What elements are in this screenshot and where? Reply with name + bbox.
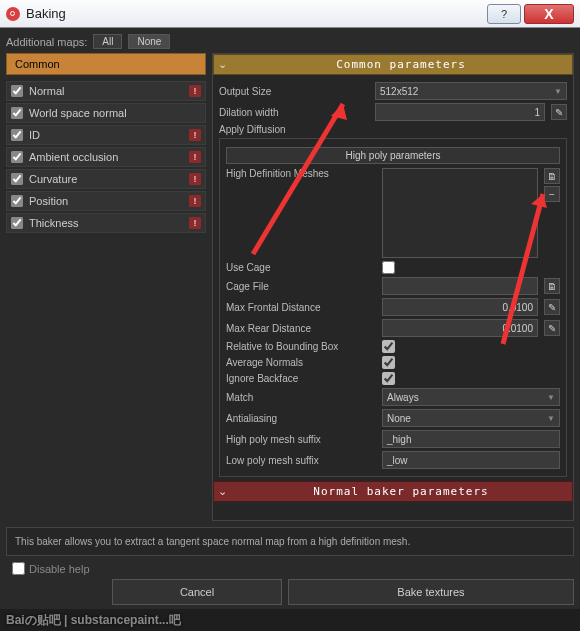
relative-bbox-label: Relative to Bounding Box [226,341,376,352]
sidebar-item-label: Curvature [29,173,189,185]
edit-icon[interactable]: ✎ [551,104,567,120]
match-dropdown[interactable]: Always▼ [382,388,560,406]
max-rear-input[interactable]: 0.0100 [382,319,538,337]
chevron-down-icon: ▼ [547,414,555,423]
sidebar-item-ambient-occlusion[interactable]: Ambient occlusion ! [6,147,206,167]
close-button[interactable]: X [524,4,574,24]
cage-file-input[interactable] [382,277,538,295]
chevron-down-icon: ▼ [547,393,555,402]
sidebar-item-label: Normal [29,85,189,97]
normal-baker-header[interactable]: ⌄ Normal baker parameters [213,481,573,502]
lp-suffix-label: Low poly mesh suffix [226,455,376,466]
average-normals-label: Average Normals [226,357,376,368]
disable-help-label: Disable help [29,563,90,575]
curvature-checkbox[interactable] [11,173,23,185]
help-text: This baker allows you to extract a tange… [15,536,565,547]
relative-bbox-checkbox[interactable] [382,340,395,353]
tab-common[interactable]: Common [6,53,206,75]
cage-file-label: Cage File [226,281,376,292]
antialiasing-label: Antialiasing [226,413,376,424]
output-size-label: Output Size [219,86,369,97]
ignore-backface-label: Ignore Backface [226,373,376,384]
use-cage-label: Use Cage [226,262,376,273]
hd-meshes-list[interactable] [382,168,538,258]
section-label: Normal baker parameters [230,485,572,498]
warning-icon: ! [189,217,201,229]
warning-icon: ! [189,85,201,97]
sidebar-item-label: Position [29,195,189,207]
hd-meshes-label: High Definition Meshes [226,168,376,179]
chevron-down-icon: ▼ [554,87,562,96]
section-label: Common parameters [230,58,572,71]
help-panel: This baker allows you to extract a tange… [6,527,574,556]
id-checkbox[interactable] [11,129,23,141]
warning-icon: ! [189,129,201,141]
none-button[interactable]: None [128,34,170,49]
output-size-dropdown[interactable]: 512x512 ▼ [375,82,567,100]
position-checkbox[interactable] [11,195,23,207]
sidebar-item-thickness[interactable]: Thickness ! [6,213,206,233]
ao-checkbox[interactable] [11,151,23,163]
dilation-width-label: Dilation width [219,107,369,118]
sidebar-item-label: ID [29,129,189,141]
sidebar-item-world-space-normal[interactable]: World space normal [6,103,206,123]
thickness-checkbox[interactable] [11,217,23,229]
additional-maps-label: Additional maps: [6,36,87,48]
sidebar-item-label: World space normal [29,107,201,119]
watermark: Baiの贴吧 | substancepaint...吧 [0,610,187,631]
warning-icon: ! [189,195,201,207]
cancel-button[interactable]: Cancel [112,579,282,605]
hp-suffix-input[interactable]: _high [382,430,560,448]
sidebar-item-label: Thickness [29,217,189,229]
add-mesh-button[interactable]: 🗎 [544,168,560,184]
antialiasing-dropdown[interactable]: None▼ [382,409,560,427]
high-poly-parameters-header: High poly parameters [226,147,560,164]
window-title: Baking [26,6,487,21]
chevron-down-icon: ⌄ [214,58,230,71]
lp-suffix-input[interactable]: _low [382,451,560,469]
remove-mesh-button[interactable]: − [544,186,560,202]
output-size-value: 512x512 [380,86,418,97]
edit-icon[interactable]: ✎ [544,299,560,315]
sidebar-item-label: Ambient occlusion [29,151,189,163]
sidebar: Common Normal ! World space normal ID ! … [6,53,206,521]
apply-diffusion-label: Apply Diffusion [219,124,369,135]
browse-file-icon[interactable]: 🗎 [544,278,560,294]
max-rear-label: Max Rear Distance [226,323,376,334]
max-frontal-label: Max Frontal Distance [226,302,376,313]
normal-checkbox[interactable] [11,85,23,97]
wsn-checkbox[interactable] [11,107,23,119]
ignore-backface-checkbox[interactable] [382,372,395,385]
disable-help-checkbox[interactable] [12,562,25,575]
bake-textures-button[interactable]: Bake textures [288,579,574,605]
dilation-width-input[interactable]: 1 [375,103,545,121]
help-button[interactable]: ? [487,4,521,24]
warning-icon: ! [189,151,201,163]
warning-icon: ! [189,173,201,185]
common-parameters-header[interactable]: ⌄ Common parameters [213,54,573,75]
sidebar-item-normal[interactable]: Normal ! [6,81,206,101]
edit-icon[interactable]: ✎ [544,320,560,336]
average-normals-checkbox[interactable] [382,356,395,369]
hp-suffix-label: High poly mesh suffix [226,434,376,445]
sidebar-item-curvature[interactable]: Curvature ! [6,169,206,189]
titlebar: Baking ? X [0,0,580,28]
chevron-down-icon: ⌄ [214,485,230,498]
use-cage-checkbox[interactable] [382,261,395,274]
sidebar-item-position[interactable]: Position ! [6,191,206,211]
max-frontal-input[interactable]: 0.0100 [382,298,538,316]
app-icon [6,7,20,21]
parameters-panel: ⌄ Common parameters Output Size 512x512 … [212,53,574,521]
sidebar-item-id[interactable]: ID ! [6,125,206,145]
match-label: Match [226,392,376,403]
all-button[interactable]: All [93,34,122,49]
additional-maps-row: Additional maps: All None [6,34,574,49]
